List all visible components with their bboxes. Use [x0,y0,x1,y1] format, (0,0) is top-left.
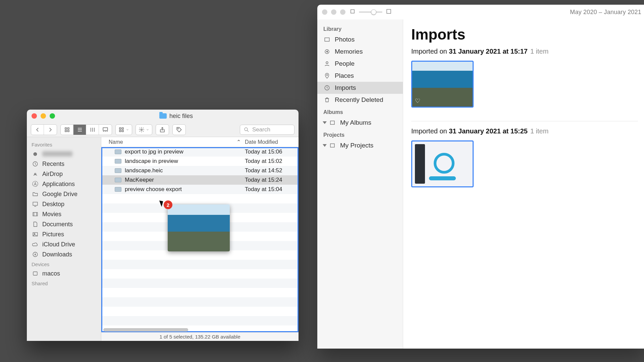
svg-rect-8 [122,130,123,132]
share-group [156,124,169,135]
sidebar-item-label: iCloud Drive [42,241,75,248]
minimize-button[interactable] [41,113,46,119]
sidebar-item-applications[interactable]: ⒶApplications [27,179,101,189]
sidebar-item-desktop[interactable]: Desktop [27,199,101,209]
horizontal-scrollbar[interactable] [103,328,297,331]
folder-icon [32,190,39,198]
file-row[interactable]: landscape in previewToday at 15:02 [101,157,299,166]
close-button[interactable] [32,113,37,119]
window-controls [322,9,345,15]
sidebar-item-macos[interactable]: macos [27,268,101,279]
file-thumb-icon [115,159,121,164]
sidebar-item-icloud[interactable]: iCloud Drive [27,239,101,249]
svg-rect-3 [67,130,69,132]
sidebar-item-downloads[interactable]: Downloads [27,249,101,259]
file-row[interactable]: preview choose exportToday at 15:04 [101,185,299,194]
column-date[interactable]: Date Modified [245,139,299,145]
sidebar-item-imports[interactable]: Imports [317,82,403,94]
sidebar-item-movies[interactable]: Movies [27,209,101,219]
sidebar-item-people[interactable]: People [317,58,403,70]
file-row[interactable]: landscape.heicToday at 14:52 [101,166,299,175]
sidebar-item-my-projects[interactable]: My Projects [317,139,403,152]
sidebar-item-label: Documents [42,221,73,228]
finder-titlebar: heic files [27,110,299,122]
disclosure-icon[interactable] [323,121,327,124]
sidebar-item-user[interactable]: ☻ [27,149,101,159]
pictures-icon [32,231,39,238]
sidebar-item-airdrop[interactable]: AirDrop [27,169,101,179]
drag-count-badge: 2 [164,200,172,209]
sort-asc-icon: ⌃ [236,139,241,145]
arrange-button[interactable] [116,125,132,135]
zoom-out-icon[interactable] [350,8,356,16]
project-icon [329,142,336,149]
sidebar-item-recents[interactable]: Recents [27,159,101,169]
sidebar-item-label: Recents [42,161,64,168]
svg-rect-21 [351,9,355,13]
sidebar-item-label: Memories [335,48,363,55]
projects-header: Projects [317,129,403,139]
sidebar-item-recently-deleted[interactable]: Recently Deleted [317,94,403,106]
sidebar-item-google-drive[interactable]: Google Drive [27,189,101,199]
sidebar-item-places[interactable]: Places [317,70,403,82]
search-icon [244,127,250,133]
svg-rect-22 [387,9,391,13]
sidebar-item-my-albums[interactable]: My Albums [317,117,403,129]
sidebar-item-label [42,151,72,157]
sidebar-item-label: Photos [335,36,355,43]
sidebar-item-memories[interactable]: Memories [317,46,403,58]
back-button[interactable] [31,125,44,135]
close-button[interactable] [322,9,327,15]
file-row-empty [101,269,299,279]
minimize-button[interactable] [331,9,336,15]
svg-rect-15 [33,202,38,205]
file-row-empty [101,307,299,316]
sidebar-item-label: Applications [42,181,75,188]
file-row-empty [101,250,299,260]
import-section: Imported on 31 January 2021 at 15:171 it… [411,48,638,108]
window-controls [32,113,55,119]
apps-icon: Ⓐ [32,180,39,188]
title-text: heic files [169,113,193,120]
zoom-button[interactable] [340,9,345,15]
photo-thumbnail[interactable] [411,140,474,187]
zoom-slider[interactable] [359,11,382,13]
icon-view-button[interactable] [61,125,73,135]
sidebar-item-label: AirDrop [42,171,63,178]
svg-point-12 [245,128,248,131]
svg-rect-6 [122,128,123,129]
file-row[interactable]: MacKeeperToday at 15:24 [101,175,299,185]
library-header: Library [317,23,403,34]
column-name[interactable]: Name⌃ [101,139,245,145]
favorites-header: Favorites [27,140,101,149]
zoom-button[interactable] [50,113,55,119]
list-view-button[interactable] [73,125,86,135]
disclosure-icon[interactable] [323,144,327,147]
search-field[interactable]: Search [240,125,294,135]
date-range: May 2020 – January 2021 [570,9,641,16]
file-thumb-icon [115,178,121,182]
shared-header: Shared [27,279,101,288]
zoom-in-icon[interactable] [386,8,392,16]
drag-preview: 2 [168,204,230,251]
section-heading: Imported on 31 January 2021 at 15:251 it… [411,127,638,135]
gallery-view-button[interactable] [99,125,112,135]
share-button[interactable] [156,125,169,135]
sidebar-item-photos[interactable]: Photos [317,34,403,46]
photos-titlebar: May 2020 – January 2021 [317,5,644,19]
sidebar-item-pictures[interactable]: Pictures [27,229,101,239]
photos-main: Imports Imported on 31 January 2021 at 1… [403,19,644,349]
forward-button[interactable] [44,125,57,135]
photo-thumbnail[interactable]: ♡ [411,61,474,108]
tags-button[interactable] [173,125,185,135]
file-row[interactable]: export to jpg in previewToday at 15:06 [101,147,299,157]
cloud-icon [32,241,39,248]
action-button[interactable] [136,125,152,135]
sidebar-item-documents[interactable]: Documents [27,219,101,229]
favorite-icon[interactable]: ♡ [415,97,420,105]
sidebar-item-label: Places [335,72,354,79]
column-view-button[interactable] [86,125,99,135]
sidebar-item-label: Desktop [42,201,64,208]
disk-icon [32,270,39,277]
nav-buttons [31,124,57,135]
